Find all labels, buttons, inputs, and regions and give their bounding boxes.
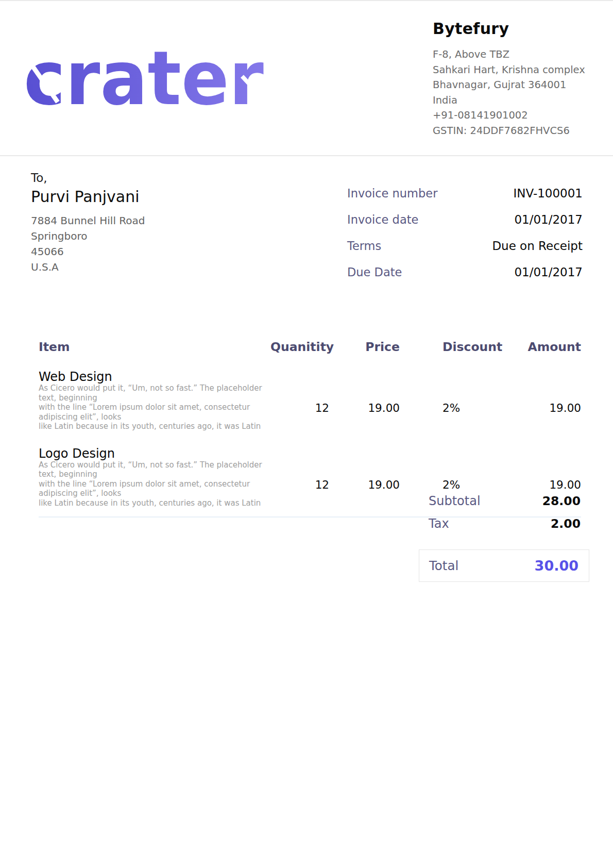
item-quantity: 12 xyxy=(270,370,329,431)
svg-text:crater: crater xyxy=(24,46,264,113)
due-date-row: Due Date 01/01/2017 xyxy=(347,264,583,280)
total-label: Total xyxy=(429,558,458,573)
customer-address-line: 45066 xyxy=(31,244,145,259)
item-amount: 19.00 xyxy=(498,370,581,431)
invoice-number-value: INV-100001 xyxy=(514,186,583,201)
invoice-number-row: Invoice number INV-100001 xyxy=(347,186,583,201)
item-price: 19.00 xyxy=(329,370,400,431)
totals-section: Subtotal 28.00 Tax 2.00 Total 30.00 xyxy=(419,493,589,582)
tax-row: Tax 2.00 xyxy=(419,516,589,532)
invoice-date-value: 01/01/2017 xyxy=(514,212,583,227)
crater-logo: crater xyxy=(24,46,266,113)
item-discount: 2% xyxy=(400,370,498,431)
company-address-line: India xyxy=(433,93,598,108)
customer-address-line: 7884 Bunnel Hill Road xyxy=(31,213,145,228)
item-name: Web Design xyxy=(39,370,270,383)
item-name: Logo Design xyxy=(39,447,270,460)
company-info: Bytefury F-8, Above TBZ Sahkari Hart, Kr… xyxy=(433,20,598,138)
customer-name: Purvi Panjvani xyxy=(31,188,145,206)
company-address-line: Sahkari Hart, Krishna complex xyxy=(433,62,598,78)
item-cell: Logo Design As Cicero would put it, “Um,… xyxy=(39,447,270,508)
total-box: Total 30.00 xyxy=(419,549,589,582)
table-row: Web Design As Cicero would put it, “Um, … xyxy=(39,370,581,431)
column-header-amount: Amount xyxy=(498,339,581,355)
tax-label: Tax xyxy=(429,516,449,532)
company-address-line: F-8, Above TBZ xyxy=(433,47,598,62)
column-header-quantity: Quanitity xyxy=(270,339,329,355)
item-quantity: 12 xyxy=(270,447,329,508)
column-header-item: Item xyxy=(39,339,270,355)
column-header-discount: Discount xyxy=(400,339,498,355)
crater-logo-image: crater xyxy=(24,46,266,113)
items-table: Item Quanitity Price Discount Amount Web… xyxy=(39,339,581,518)
due-date-value: 01/01/2017 xyxy=(514,264,583,280)
item-cell: Web Design As Cicero would put it, “Um, … xyxy=(39,370,270,431)
terms-value: Due on Receipt xyxy=(492,238,583,254)
invoice-meta: Invoice number INV-100001 Invoice date 0… xyxy=(347,186,583,291)
company-phone: +91-08141901002 xyxy=(433,108,598,123)
invoice-date-label: Invoice date xyxy=(347,212,418,227)
invoice-page: crater Bytefury F-8, Above TBZ Sahkari H… xyxy=(0,0,613,868)
item-description: As Cicero would put it, “Um, not so fast… xyxy=(39,383,270,431)
invoice-number-label: Invoice number xyxy=(347,186,437,201)
items-table-header: Item Quanitity Price Discount Amount xyxy=(39,339,581,355)
company-address-line: Bhavnagar, Gujrat 364001 xyxy=(433,77,598,93)
company-gstin: GSTIN: 24DDF7682FHVCS6 xyxy=(433,123,598,139)
subtotal-value: 28.00 xyxy=(542,493,581,509)
terms-label: Terms xyxy=(347,238,381,254)
header-divider xyxy=(0,155,613,156)
to-label: To, xyxy=(31,171,145,185)
company-name: Bytefury xyxy=(433,20,598,38)
bill-to-block: To, Purvi Panjvani 7884 Bunnel Hill Road… xyxy=(31,171,145,275)
item-price: 19.00 xyxy=(329,447,400,508)
tax-value: 2.00 xyxy=(551,516,581,532)
due-date-label: Due Date xyxy=(347,264,402,280)
customer-address-line: Springboro xyxy=(31,228,145,244)
total-value: 30.00 xyxy=(535,558,578,574)
column-header-price: Price xyxy=(329,339,400,355)
terms-row: Terms Due on Receipt xyxy=(347,238,583,254)
item-description: As Cicero would put it, “Um, not so fast… xyxy=(39,460,270,508)
subtotal-row: Subtotal 28.00 xyxy=(419,493,589,509)
subtotal-label: Subtotal xyxy=(429,493,481,509)
invoice-date-row: Invoice date 01/01/2017 xyxy=(347,212,583,227)
customer-address-line: U.S.A xyxy=(31,259,145,275)
